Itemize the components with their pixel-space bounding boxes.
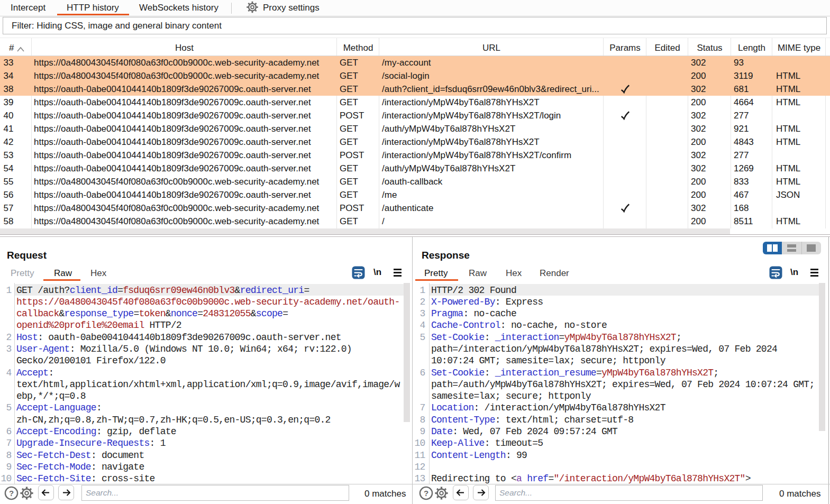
svg-text:?: ? (9, 489, 14, 498)
svg-text:?: ? (424, 489, 428, 498)
